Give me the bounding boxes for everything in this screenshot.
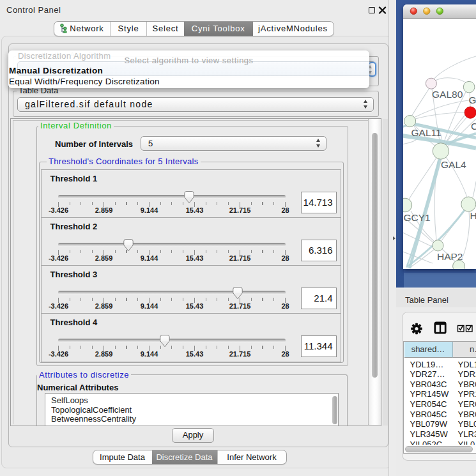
svg-text:GAL11: GAL11 <box>411 127 441 138</box>
svg-text:GCY1: GCY1 <box>404 212 431 223</box>
svg-text:H: H <box>470 210 476 221</box>
svg-text:GAL…: GAL… <box>469 95 476 105</box>
svg-text:GAL4: GAL4 <box>441 159 466 170</box>
svg-text:C…: C… <box>471 121 476 132</box>
svg-text:HAP2: HAP2 <box>437 251 463 262</box>
svg-text:GAL80: GAL80 <box>432 89 463 100</box>
